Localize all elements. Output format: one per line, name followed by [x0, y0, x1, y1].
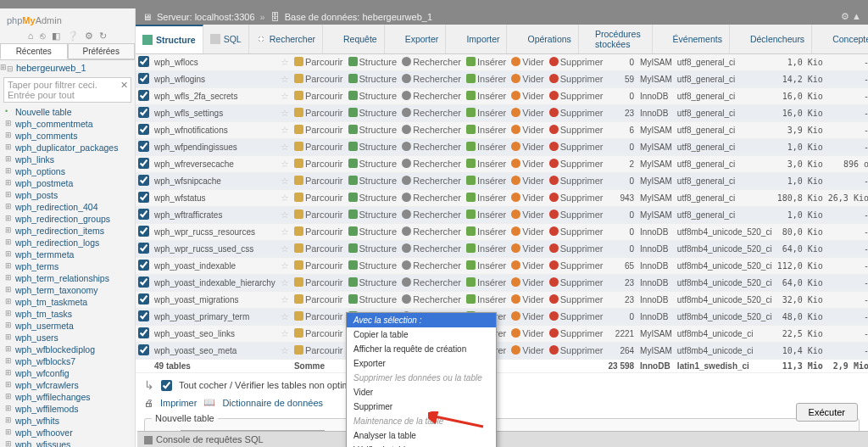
tree-table[interactable]: wph_commentmeta — [0, 118, 135, 130]
empty-action[interactable]: Vider — [511, 159, 543, 169]
table-name[interactable]: wph_yoast_indexable — [152, 258, 278, 275]
structure-action[interactable]: Structure — [348, 74, 398, 84]
empty-action[interactable]: Vider — [511, 226, 543, 237]
drop-action[interactable]: Supprimer — [549, 57, 604, 67]
browse-action[interactable]: Parcourir — [294, 176, 343, 186]
drop-action[interactable]: Supprimer — [549, 142, 604, 152]
drop-action[interactable]: Supprimer — [549, 294, 604, 305]
empty-action[interactable]: Vider — [511, 142, 543, 152]
insert-action[interactable]: Insérer — [466, 125, 506, 135]
structure-action[interactable]: Structure — [348, 91, 398, 101]
browse-action[interactable]: Parcourir — [294, 159, 343, 169]
empty-action[interactable]: Vider — [511, 176, 543, 186]
structure-action[interactable]: Structure — [348, 210, 398, 220]
page-settings-icon[interactable]: ⚙ ▲ — [841, 11, 861, 22]
drop-action[interactable]: Supprimer — [549, 159, 604, 169]
structure-action[interactable]: Structure — [348, 260, 398, 271]
tab-déclencheurs[interactable]: Déclencheurs — [730, 25, 812, 53]
browse-action[interactable]: Parcourir — [294, 226, 343, 237]
tab-importer[interactable]: Importer — [446, 25, 507, 53]
table-name[interactable]: wph_wfls_settings — [152, 105, 278, 122]
drop-action[interactable]: Supprimer — [549, 243, 604, 254]
structure-action[interactable]: Structure — [348, 243, 398, 254]
tab-sql[interactable]: SQL — [203, 25, 249, 53]
browse-action[interactable]: Parcourir — [294, 125, 343, 135]
favorite-star-icon[interactable]: ☆ — [281, 193, 289, 203]
structure-action[interactable]: Structure — [348, 176, 398, 186]
insert-action[interactable]: Insérer — [466, 57, 506, 67]
tree-table[interactable]: wph_tm_taskmeta — [0, 296, 135, 308]
tree-table[interactable]: wph_wfblocks7 — [0, 355, 135, 367]
empty-action[interactable]: Vider — [511, 328, 543, 338]
insert-action[interactable]: Insérer — [466, 243, 506, 254]
search-action[interactable]: Rechercher — [402, 277, 461, 288]
browse-action[interactable]: Parcourir — [294, 294, 343, 305]
favorite-star-icon[interactable]: ☆ — [281, 142, 289, 152]
tree-table[interactable]: wph_duplicator_packages — [0, 142, 135, 154]
empty-action[interactable]: Vider — [511, 345, 543, 355]
reload-icon[interactable]: ↻ — [99, 31, 107, 41]
insert-action[interactable]: Insérer — [466, 108, 506, 118]
drop-action[interactable]: Supprimer — [549, 226, 604, 237]
drop-action[interactable]: Supprimer — [549, 277, 604, 288]
tree-table[interactable]: wph_wffilemods — [0, 403, 135, 415]
drop-action[interactable]: Supprimer — [549, 176, 604, 186]
empty-action[interactable]: Vider — [511, 91, 543, 101]
structure-action[interactable]: Structure — [348, 277, 398, 288]
drop-action[interactable]: Supprimer — [549, 210, 604, 220]
browse-action[interactable]: Parcourir — [294, 243, 343, 254]
browse-action[interactable]: Parcourir — [294, 260, 343, 271]
favorite-star-icon[interactable]: ☆ — [281, 57, 289, 67]
row-checkbox[interactable] — [138, 310, 149, 321]
browse-action[interactable]: Parcourir — [294, 91, 343, 101]
empty-action[interactable]: Vider — [511, 260, 543, 271]
row-checkbox[interactable] — [138, 107, 149, 118]
tree-table[interactable]: wph_termmeta — [0, 249, 135, 260]
table-name[interactable]: wph_yoast_indexable_hierarchy — [152, 275, 278, 292]
empty-action[interactable]: Vider — [511, 74, 543, 84]
tab-rechercher[interactable]: Rechercher — [249, 25, 323, 53]
favorite-star-icon[interactable]: ☆ — [281, 243, 289, 254]
search-action[interactable]: Rechercher — [402, 74, 461, 84]
insert-action[interactable]: Insérer — [466, 260, 506, 271]
drop-action[interactable]: Supprimer — [549, 260, 604, 271]
insert-action[interactable]: Insérer — [466, 142, 506, 152]
home-icon[interactable]: ⌂ — [28, 31, 34, 41]
structure-action[interactable]: Structure — [348, 142, 398, 152]
favorite-star-icon[interactable]: ☆ — [281, 328, 289, 338]
empty-action[interactable]: Vider — [511, 311, 543, 321]
drop-action[interactable]: Supprimer — [549, 193, 604, 203]
table-name[interactable]: wph_wpr_rucss_resources — [152, 224, 278, 241]
search-action[interactable]: Rechercher — [402, 176, 461, 186]
table-name[interactable]: wph_wpr_rucss_used_css — [152, 241, 278, 258]
insert-action[interactable]: Insérer — [466, 91, 506, 101]
favorite-star-icon[interactable]: ☆ — [281, 91, 289, 101]
favorite-star-icon[interactable]: ☆ — [281, 226, 289, 237]
favorite-star-icon[interactable]: ☆ — [281, 210, 289, 220]
docs-icon[interactable]: ❔ — [67, 31, 79, 41]
new-table-link[interactable]: Nouvelle table — [0, 106, 135, 118]
structure-action[interactable]: Structure — [348, 159, 398, 169]
table-name[interactable]: wph_wflogins — [152, 71, 278, 88]
favorite-star-icon[interactable]: ☆ — [281, 277, 289, 288]
tab-procédures stockées[interactable]: Procédures stockées — [579, 25, 653, 53]
row-checkbox[interactable] — [138, 209, 149, 220]
search-action[interactable]: Rechercher — [402, 91, 461, 101]
table-name[interactable]: wph_wfsnipcache — [152, 173, 278, 190]
row-checkbox[interactable] — [138, 327, 149, 338]
row-checkbox[interactable] — [138, 277, 149, 288]
query-icon[interactable]: ◧ — [52, 31, 60, 41]
favorite-star-icon[interactable]: ☆ — [281, 176, 289, 186]
tree-table[interactable]: wph_wfcrawlers — [0, 379, 135, 391]
search-action[interactable]: Rechercher — [402, 159, 461, 169]
tree-table[interactable]: wph_wfblockediplog — [0, 344, 135, 355]
row-checkbox[interactable] — [138, 73, 149, 84]
tree-table[interactable]: wph_wfhits — [0, 415, 135, 427]
drop-action[interactable]: Supprimer — [549, 91, 604, 101]
browse-action[interactable]: Parcourir — [294, 328, 343, 338]
empty-action[interactable]: Vider — [511, 294, 543, 305]
dropdown-item[interactable]: Vérifier la table — [347, 443, 496, 447]
tree-table[interactable]: wph_redirection_items — [0, 225, 135, 237]
browse-action[interactable]: Parcourir — [294, 277, 343, 288]
check-all[interactable] — [161, 380, 172, 391]
